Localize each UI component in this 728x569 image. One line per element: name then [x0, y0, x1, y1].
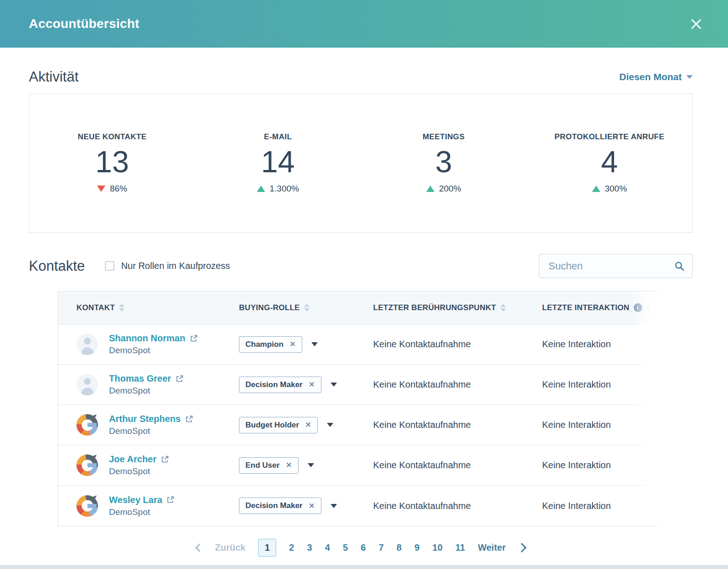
remove-role-icon[interactable]: ✕ — [286, 461, 292, 469]
activity-stat: E-MAIL 14 1.300% — [195, 132, 361, 193]
table-row: Arthur Stephens DemoSpot Budget Holder ✕… — [58, 405, 657, 445]
period-dropdown-label: Diesen Monat — [619, 71, 682, 82]
role-dropdown-icon[interactable] — [308, 463, 314, 467]
buying-role-label: End User — [245, 461, 280, 470]
last-touchpoint-cell: Keine Kontaktaufnahme — [373, 501, 542, 511]
column-header[interactable]: LETZTE INTERAKTION i — [542, 303, 657, 312]
contact-name-link[interactable]: Arthur Stephens — [109, 414, 181, 424]
contact-name-link[interactable]: Joe Archer — [109, 454, 157, 465]
chevron-right-icon[interactable] — [517, 543, 527, 553]
info-icon[interactable]: i — [634, 303, 642, 312]
pagination-next[interactable]: Weiter — [478, 542, 506, 553]
search-box — [539, 254, 693, 278]
contact-name-link[interactable]: Shannon Norman — [109, 333, 185, 344]
last-touchpoint-cell: Keine Kontaktaufnahme — [373, 420, 542, 430]
role-dropdown-icon[interactable] — [331, 504, 337, 508]
last-touchpoint-cell: Keine Kontaktaufnahme — [373, 379, 542, 390]
remove-role-icon[interactable]: ✕ — [309, 502, 315, 510]
trend-triangle-icon — [97, 186, 105, 192]
sort-icon[interactable] — [304, 304, 310, 312]
contact-cell: Arthur Stephens DemoSpot — [58, 414, 239, 436]
stat-delta: 300% — [592, 184, 627, 194]
contact-company: DemoSpot — [109, 386, 184, 396]
pagination-page-2[interactable]: 2 — [289, 542, 294, 553]
contact-cell: Wesley Lara DemoSpot — [58, 495, 239, 517]
stat-label: PROTOKOLLIERTE ANRUFE — [554, 132, 664, 142]
contact-name-link[interactable]: Wesley Lara — [109, 495, 162, 505]
column-header[interactable]: BUYING-ROLLE — [239, 303, 373, 312]
column-header[interactable]: KONTAKT — [58, 303, 239, 312]
chevron-left-icon[interactable] — [195, 543, 203, 552]
contact-cell: Joe Archer DemoSpot — [58, 454, 239, 476]
column-header[interactable]: LETZTER BERÜHRUNGSPUNKT — [373, 303, 542, 312]
external-link-icon[interactable] — [185, 415, 193, 423]
pagination-page-1[interactable]: 1 — [258, 539, 276, 557]
external-link-icon[interactable] — [166, 496, 174, 504]
bottom-scrollbar[interactable] — [0, 565, 728, 569]
pagination-prev[interactable]: Zurück — [215, 542, 246, 553]
chevron-down-icon — [686, 75, 693, 79]
filter-checkbox-label: Nur Rollen im Kaufprozess — [121, 261, 230, 271]
external-link-icon[interactable] — [161, 455, 169, 464]
contacts-heading: Kontakte — [29, 258, 85, 274]
trend-triangle-icon — [426, 186, 435, 192]
filter-checkbox[interactable] — [105, 261, 114, 271]
buying-role-badge: Decision Maker ✕ — [239, 498, 321, 514]
remove-role-icon[interactable]: ✕ — [305, 421, 311, 429]
last-touchpoint-cell: Keine Kontaktaufnahme — [373, 339, 542, 350]
close-button[interactable] — [688, 16, 704, 32]
pagination-page-9[interactable]: 9 — [414, 542, 419, 553]
stat-value: 4 — [601, 146, 618, 178]
role-dropdown-icon[interactable] — [311, 342, 318, 346]
pagination-page-3[interactable]: 3 — [307, 542, 312, 553]
buying-role-cell: Champion ✕ — [239, 336, 373, 353]
pagination-page-7[interactable]: 7 — [379, 542, 384, 553]
pagination-page-4[interactable]: 4 — [325, 542, 330, 553]
stat-label: NEUE KONTAKTE — [78, 132, 147, 142]
pagination-page-8[interactable]: 8 — [397, 542, 402, 553]
role-dropdown-icon[interactable] — [331, 383, 337, 387]
buying-roles-filter[interactable]: Nur Rollen im Kaufprozess — [105, 261, 230, 271]
activity-stats-panel: NEUE KONTAKTE 13 86% E-MAIL 14 1.300% ME… — [29, 93, 693, 233]
trend-triangle-icon — [257, 186, 265, 192]
buying-role-cell: Decision Maker ✕ — [239, 498, 373, 514]
pagination-page-6[interactable]: 6 — [361, 542, 366, 553]
pagination-page-10[interactable]: 10 — [432, 542, 442, 553]
buying-role-cell: End User ✕ — [239, 457, 373, 474]
stat-value: 14 — [261, 146, 294, 178]
search-icon[interactable] — [674, 261, 685, 272]
sort-icon[interactable] — [647, 304, 652, 312]
search-input[interactable] — [549, 260, 674, 272]
buying-role-badge: Champion ✕ — [239, 336, 302, 353]
buying-role-cell: Decision Maker ✕ — [239, 377, 373, 393]
pagination-page-5[interactable]: 5 — [343, 542, 348, 553]
modal-title: Accountübersicht — [29, 16, 139, 31]
pagination: Zurück 1234567891011 Weiter — [29, 539, 693, 557]
external-link-icon[interactable] — [190, 334, 198, 343]
modal-header: Accountübersicht — [0, 0, 728, 48]
remove-role-icon[interactable]: ✕ — [309, 381, 315, 388]
stat-delta: 200% — [426, 184, 462, 194]
last-interaction-cell: Keine Interaktion — [542, 379, 657, 390]
buying-role-cell: Budget Holder ✕ — [239, 417, 373, 433]
role-dropdown-icon[interactable] — [327, 423, 333, 427]
buying-role-label: Decision Maker — [245, 380, 303, 389]
buying-role-label: Decision Maker — [245, 501, 303, 510]
external-link-icon[interactable] — [175, 375, 184, 383]
sort-icon[interactable] — [119, 304, 125, 312]
buying-role-badge: Budget Holder ✕ — [239, 417, 318, 433]
contact-name-link[interactable]: Thomas Greer — [109, 373, 171, 384]
stat-delta-value: 86% — [110, 184, 127, 194]
contact-company: DemoSpot — [109, 426, 193, 436]
period-dropdown[interactable]: Diesen Monat — [619, 71, 693, 82]
stat-delta: 1.300% — [257, 184, 299, 194]
sort-icon[interactable] — [500, 304, 506, 312]
column-header-label: LETZTE INTERAKTION — [542, 303, 630, 312]
table-header-row: KONTAKT BUYING-ROLLE LETZTER BERÜHRUNGSP… — [58, 291, 657, 324]
stat-delta-value: 300% — [605, 184, 627, 194]
pagination-page-11[interactable]: 11 — [456, 542, 465, 553]
column-header-label: KONTAKT — [76, 303, 115, 312]
remove-role-icon[interactable]: ✕ — [289, 340, 296, 348]
buying-role-badge: End User ✕ — [239, 457, 299, 474]
last-interaction-cell: Keine Interaktion — [542, 501, 657, 511]
